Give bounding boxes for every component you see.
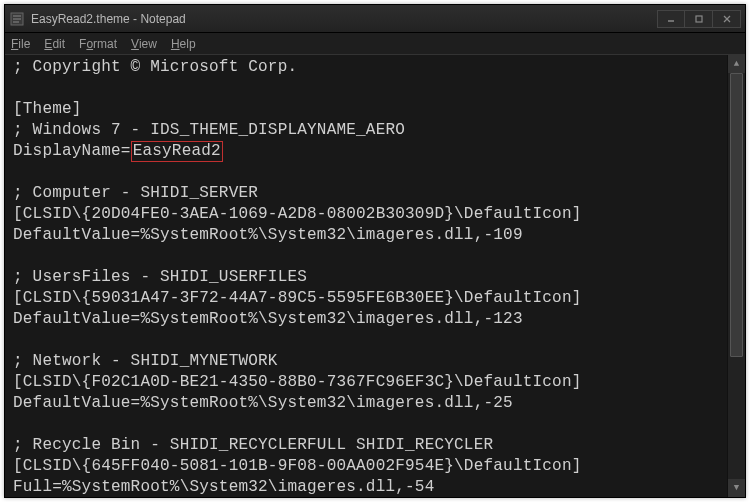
line: ; UsersFiles - SHIDI_USERFILES xyxy=(13,268,307,286)
text-editor[interactable]: ; Copyright © Microsoft Corp. [Theme] ; … xyxy=(5,55,745,497)
scroll-thumb[interactable] xyxy=(730,73,743,357)
line: ; Windows 7 - IDS_THEME_DISPLAYNAME_AERO xyxy=(13,121,405,139)
menubar: File Edit Format View Help xyxy=(5,33,745,55)
vertical-scrollbar[interactable]: ▲ ▼ xyxy=(727,55,745,497)
line: ; Copyright © Microsoft Corp. xyxy=(13,58,297,76)
minimize-button[interactable] xyxy=(657,10,685,28)
line: DefaultValue=%SystemRoot%\System32\image… xyxy=(13,394,513,412)
line: DefaultValue=%SystemRoot%\System32\image… xyxy=(13,310,523,328)
window-controls xyxy=(657,10,741,28)
menu-file[interactable]: File xyxy=(11,37,30,51)
line: [CLSID\{645FF040-5081-101B-9F08-00AA002F… xyxy=(13,457,582,475)
close-button[interactable] xyxy=(713,10,741,28)
menu-help[interactable]: Help xyxy=(171,37,196,51)
line: [CLSID\{59031A47-3F72-44A7-89C5-5595FE6B… xyxy=(13,289,582,307)
menu-edit[interactable]: Edit xyxy=(44,37,65,51)
maximize-button[interactable] xyxy=(685,10,713,28)
line: [Theme] xyxy=(13,100,82,118)
scroll-up-arrow[interactable]: ▲ xyxy=(728,55,745,73)
line: [CLSID\{F02C1A0D-BE21-4350-88B0-7367FC96… xyxy=(13,373,582,391)
window-title: EasyRead2.theme - Notepad xyxy=(31,12,657,26)
line: Full=%SystemRoot%\System32\imageres.dll,… xyxy=(13,478,434,496)
line: ; Network - SHIDI_MYNETWORK xyxy=(13,352,278,370)
notepad-window: EasyRead2.theme - Notepad File Edit Form… xyxy=(4,4,746,498)
app-icon xyxy=(9,11,25,27)
titlebar[interactable]: EasyRead2.theme - Notepad xyxy=(5,5,745,33)
line: ; Recycle Bin - SHIDI_RECYCLERFULL SHIDI… xyxy=(13,436,493,454)
scroll-down-arrow[interactable]: ▼ xyxy=(728,479,745,497)
line: DisplayName=EasyRead2 xyxy=(13,142,223,160)
line: ; Computer - SHIDI_SERVER xyxy=(13,184,258,202)
svg-rect-5 xyxy=(696,16,702,22)
scroll-track[interactable] xyxy=(728,73,745,479)
line: DefaultValue=%SystemRoot%\System32\image… xyxy=(13,226,523,244)
highlighted-value: EasyRead2 xyxy=(131,141,223,162)
menu-format[interactable]: Format xyxy=(79,37,117,51)
menu-view[interactable]: View xyxy=(131,37,157,51)
line: [CLSID\{20D04FE0-3AEA-1069-A2D8-08002B30… xyxy=(13,205,582,223)
